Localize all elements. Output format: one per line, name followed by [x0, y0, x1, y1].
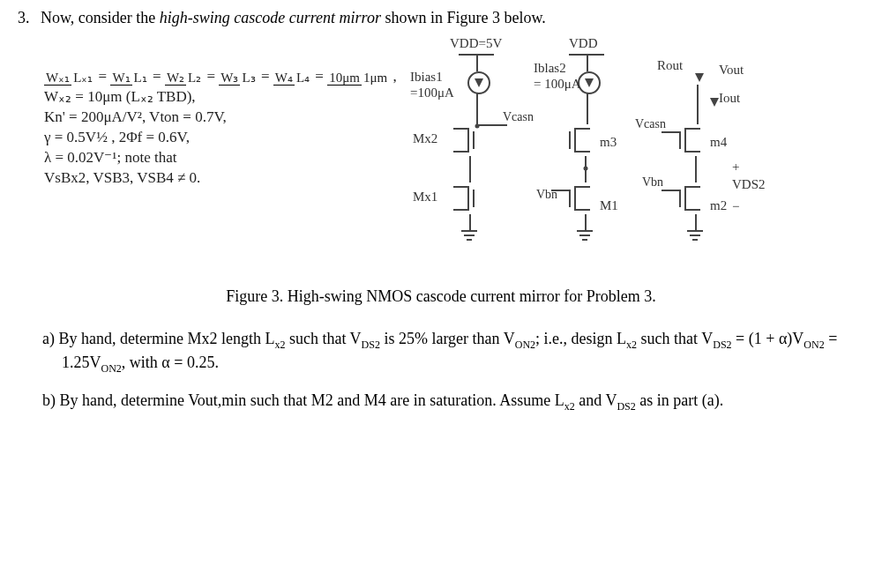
m4-transistor-icon [679, 124, 706, 156]
ibias1-label: Ibias1 [410, 70, 443, 85]
param-line-4: γ = 0.5V½ , 2Φf = 0.6V, [44, 128, 344, 148]
ibias1-source-icon [467, 71, 490, 94]
m2-transistor-icon [679, 182, 706, 214]
vbn-right-label: Vbn [642, 175, 663, 190]
parameter-list: Wₓ₁Lₓ₁ = W₁L₁ = W₂L₂ = W₃L₃ = W₄L₄ = 10μ… [44, 67, 344, 189]
m1-transistor-icon [569, 182, 595, 214]
rout-label: Rout [657, 58, 683, 73]
param-line-2: Wₓ₂ = 10μm (Lₓ₂ TBD), [44, 87, 344, 108]
b-text: By hand, determine Vout,min such that M2… [60, 391, 724, 409]
intro-italic: high-swing cascode current mirror [160, 9, 381, 26]
wire [459, 54, 494, 56]
vcasn-right-label: Vcasn [635, 117, 666, 131]
param-line-6: VsBx2, VSB3, VSB4 ≠ 0. [44, 168, 344, 189]
figure-area: Wₓ₁Lₓ₁ = W₁L₁ = W₂L₂ = W₃L₃ = W₄L₄ = 10μ… [44, 36, 864, 283]
wire [585, 214, 587, 230]
param-line-5: λ = 0.02V⁻¹; note that [44, 148, 344, 168]
vout-label: Vout [719, 63, 744, 78]
m3-label: m3 [600, 135, 617, 150]
wire [697, 85, 699, 124]
mx1-label: Mx1 [413, 190, 437, 205]
m2-label: m2 [710, 198, 727, 213]
param-line-3: Kn' = 200μA/V², Vton = 0.7V, [44, 108, 344, 128]
subpart-a: a) By hand, determine Mx2 length Lx2 suc… [62, 328, 864, 376]
mx1-transistor-icon [448, 182, 475, 214]
wire [695, 214, 697, 230]
m1-label: M1 [600, 198, 618, 213]
vdd-label: VDD [569, 36, 598, 51]
iblas2-val-label: = 100μA [534, 77, 581, 92]
iout-label: Iout [719, 91, 740, 106]
wire [662, 131, 679, 133]
m4-label: m4 [710, 135, 727, 150]
vds2-label: VDS2 [732, 177, 766, 192]
subpart-a-label: a) [42, 330, 55, 347]
wire [587, 54, 588, 71]
vds2-minus: − [732, 199, 739, 214]
subpart-b-label: b) [42, 391, 56, 409]
intro-after: shown in Figure 3 below. [381, 9, 546, 26]
rout-arrow-icon [695, 73, 704, 82]
wire [476, 54, 478, 71]
wire [476, 124, 507, 126]
a-text: By hand, determine Mx2 length Lx2 such t… [58, 330, 837, 371]
wire [469, 156, 471, 182]
iout-arrow-icon [710, 98, 719, 107]
wire [476, 93, 478, 126]
node-dot [584, 167, 588, 171]
vcasn-left-label: Vcasn [503, 110, 534, 124]
intro-before: Now, consider the [41, 9, 160, 26]
problem-number: 3. [18, 9, 30, 26]
wire [662, 190, 679, 191]
wire [551, 190, 569, 191]
mx2-transistor-icon [448, 124, 475, 156]
problem-header: 3. Now, consider the high-swing cascode … [18, 9, 864, 27]
wire [695, 156, 697, 182]
mx2-label: Mx2 [413, 131, 437, 146]
iblas2-label: Iblas2 [534, 61, 566, 76]
figure-caption: Figure 3. High-swing NMOS cascode curren… [18, 287, 864, 306]
vdd-eq-label: VDD=5V [450, 36, 502, 51]
param-line-1: Wₓ₁Lₓ₁ = W₁L₁ = W₂L₂ = W₃L₃ = W₄L₄ = 10μ… [44, 67, 344, 87]
m3-transistor-icon [569, 124, 595, 156]
problem-intro: Now, consider the high-swing cascode cur… [41, 9, 546, 26]
wire [587, 93, 588, 124]
wire [469, 214, 471, 230]
subpart-b: b) By hand, determine Vout,min such that… [62, 390, 864, 413]
vds2-plus: + [732, 160, 739, 175]
wire [569, 54, 604, 56]
ibias1-val-label: =100μA [410, 86, 454, 100]
